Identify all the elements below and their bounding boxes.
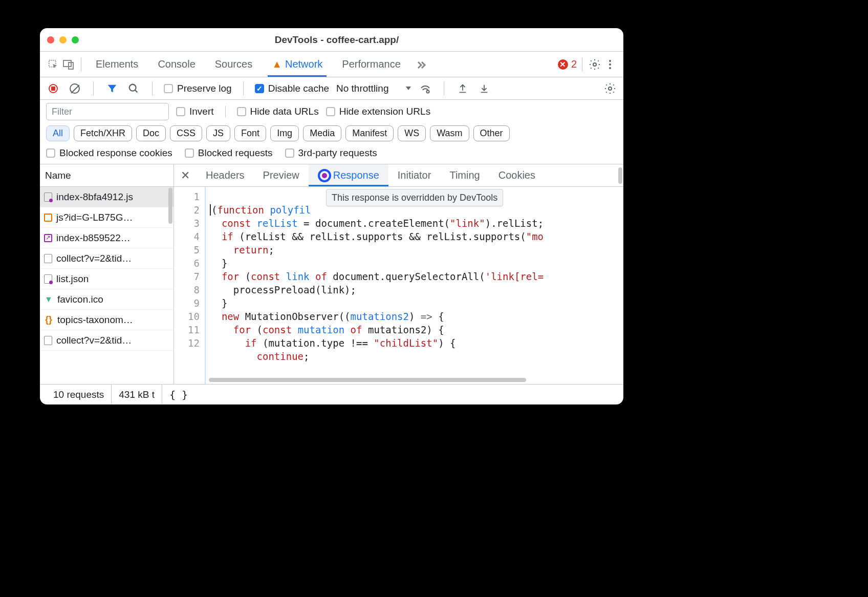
line-number: 6 — [174, 257, 200, 270]
window-title: DevTools - coffee-cart.app/ — [88, 34, 585, 46]
request-row[interactable]: collect?v=2&tid… — [40, 330, 173, 351]
tab-sources[interactable]: Sources — [206, 52, 262, 77]
type-manifest[interactable]: Manifest — [345, 125, 394, 141]
preserve-log-label: Preserve log — [177, 83, 232, 94]
close-window-button[interactable] — [47, 36, 54, 44]
request-row[interactable]: {}topics-taxonom… — [40, 310, 173, 330]
line-gutter: 1 2 3 4 5 6 7 8 9 10 11 12 — [174, 187, 205, 384]
error-badge[interactable]: ✕ 2 — [558, 58, 577, 70]
type-ws[interactable]: WS — [398, 125, 426, 141]
name-column-header[interactable]: Name — [40, 164, 173, 187]
blocked-req-label: Blocked requests — [198, 147, 273, 159]
kebab-menu-button[interactable] — [603, 57, 617, 72]
script-file-icon — [44, 214, 52, 222]
filter-icon[interactable] — [105, 81, 119, 96]
type-all[interactable]: All — [46, 125, 70, 141]
hide-data-urls-checkbox[interactable]: Hide data URLs — [237, 106, 319, 117]
type-wasm[interactable]: Wasm — [430, 125, 469, 141]
blocked-cookies-label: Blocked response cookies — [59, 147, 172, 159]
vue-icon: ▼ — [44, 295, 53, 304]
request-row[interactable]: js?id=G-LB75G… — [40, 207, 173, 228]
line-number: 12 — [174, 336, 200, 350]
checkbox-icon — [164, 84, 173, 93]
css-file-icon — [44, 234, 52, 242]
request-row[interactable]: collect?v=2&tid… — [40, 248, 173, 269]
scrollbar-thumb[interactable] — [168, 188, 172, 224]
line-number: 8 — [174, 283, 200, 296]
line-number: 1 — [174, 190, 200, 203]
throttling-dropdown[interactable]: No throttling — [336, 83, 411, 94]
status-requests: 10 requests — [46, 385, 112, 404]
tab-network[interactable]: ▲ Network — [263, 52, 332, 77]
request-row[interactable]: index-b859522… — [40, 228, 173, 248]
blocked-requests-checkbox[interactable]: Blocked requests — [185, 147, 273, 159]
scrollbar-thumb[interactable] — [618, 167, 622, 184]
line-number: 10 — [174, 310, 200, 323]
tab-elements[interactable]: Elements — [86, 52, 147, 77]
request-row[interactable]: list.json — [40, 269, 173, 289]
chevron-down-icon — [406, 87, 411, 90]
tab-timing[interactable]: Timing — [440, 164, 489, 186]
type-js[interactable]: JS — [206, 125, 230, 141]
device-toolbar-icon[interactable] — [61, 57, 76, 72]
tab-performance[interactable]: Performance — [333, 52, 410, 77]
request-label: index-b859522… — [56, 232, 131, 244]
export-har-button[interactable] — [455, 81, 470, 96]
svg-point-3 — [593, 63, 596, 66]
network-settings-button[interactable] — [603, 81, 617, 96]
request-label: favicon.ico — [57, 294, 103, 305]
maximize-window-button[interactable] — [72, 36, 79, 44]
minimize-window-button[interactable] — [59, 36, 67, 44]
record-button[interactable] — [46, 81, 60, 96]
request-row[interactable]: ▼favicon.ico — [40, 289, 173, 310]
type-css[interactable]: CSS — [170, 125, 202, 141]
blocked-cookies-checkbox[interactable]: Blocked response cookies — [46, 147, 172, 159]
tab-initiator[interactable]: Initiator — [388, 164, 441, 186]
type-fetch[interactable]: Fetch/XHR — [74, 125, 132, 141]
search-button[interactable] — [126, 81, 141, 96]
request-label: index-8bfa4912.js — [56, 191, 133, 203]
tab-console[interactable]: Console — [148, 52, 204, 77]
tab-response[interactable]: Response — [309, 164, 388, 186]
code-body[interactable]: (function polyfil const relList = docume… — [205, 187, 623, 384]
checkbox-icon — [285, 148, 294, 158]
request-list-panel: Name index-8bfa4912.js js?id=G-LB75G… in… — [40, 164, 174, 384]
window-controls — [47, 36, 79, 44]
tab-preview[interactable]: Preview — [254, 164, 309, 186]
disable-cache-checkbox[interactable]: ✓ Disable cache — [255, 83, 329, 94]
tab-headers[interactable]: Headers — [197, 164, 254, 186]
filter-input[interactable]: Filter — [46, 103, 169, 120]
extra-filters: Blocked response cookies Blocked request… — [40, 145, 623, 164]
warning-icon: ▲ — [272, 58, 282, 70]
main-menu: Elements Console Sources ▲ Network Perfo… — [40, 52, 623, 77]
hide-ext-urls-label: Hide extension URLs — [339, 106, 430, 117]
clear-button[interactable] — [68, 81, 82, 96]
request-row[interactable]: index-8bfa4912.js — [40, 187, 173, 207]
line-number: 11 — [174, 323, 200, 336]
third-party-checkbox[interactable]: 3rd-party requests — [285, 147, 377, 159]
type-img[interactable]: Img — [270, 125, 299, 141]
close-detail-button[interactable]: ✕ — [174, 169, 197, 182]
type-doc[interactable]: Doc — [136, 125, 166, 141]
more-tabs-button[interactable] — [411, 52, 431, 77]
import-har-button[interactable] — [477, 81, 491, 96]
generic-file-icon — [44, 336, 52, 345]
detail-panel: ✕ Headers Preview Response Initiator Tim… — [174, 164, 623, 384]
generic-file-icon — [44, 254, 52, 263]
request-list: index-8bfa4912.js js?id=G-LB75G… index-b… — [40, 187, 173, 384]
invert-checkbox[interactable]: Invert — [176, 106, 214, 117]
horizontal-scrollbar-thumb[interactable] — [209, 378, 526, 382]
settings-button[interactable] — [588, 57, 602, 72]
hide-extension-urls-checkbox[interactable]: Hide extension URLs — [326, 106, 430, 117]
type-media[interactable]: Media — [303, 125, 341, 141]
throttling-label: No throttling — [336, 83, 388, 94]
network-conditions-button[interactable] — [418, 81, 432, 96]
third-party-label: 3rd-party requests — [298, 147, 377, 159]
network-toolbar: Preserve log ✓ Disable cache No throttli… — [40, 77, 623, 100]
tab-cookies[interactable]: Cookies — [489, 164, 545, 186]
format-button[interactable]: { } — [162, 389, 188, 401]
preserve-log-checkbox[interactable]: Preserve log — [164, 83, 232, 94]
type-font[interactable]: Font — [234, 125, 266, 141]
inspect-icon[interactable] — [46, 57, 60, 72]
type-other[interactable]: Other — [473, 125, 510, 141]
